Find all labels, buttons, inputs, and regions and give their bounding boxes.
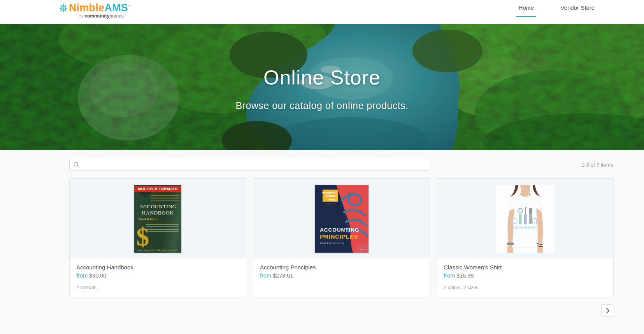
byline-trademark: ™ bbox=[124, 13, 126, 16]
price-value: $15.99 bbox=[456, 272, 474, 279]
trademark-symbol: ™ bbox=[128, 5, 131, 7]
brand-name-ams: AMS bbox=[104, 2, 128, 14]
main-nav: Home Vendor Store bbox=[516, 4, 597, 17]
cover-banner: MULTIPLE FORMATS bbox=[134, 186, 181, 192]
cover-title-line1: ACCOUNTING bbox=[320, 227, 360, 233]
product-title: Accounting Handbook bbox=[76, 264, 239, 271]
product-image-area: MULTIPLE FORMATS ACCOUNTING HANDBOOK Thi… bbox=[70, 179, 246, 258]
byline-brands: brands bbox=[109, 13, 124, 19]
product-meta bbox=[260, 285, 423, 290]
next-page-button[interactable] bbox=[601, 304, 614, 316]
page-subtitle: Browse our catalog of online products. bbox=[0, 100, 644, 111]
womens-shirt-photo: Dental Assistant bbox=[496, 185, 555, 253]
items-count: 1-3 of 7 items bbox=[581, 162, 613, 168]
cover-title-line1: ACCOUNTING bbox=[134, 204, 181, 210]
product-card-accounting-principles[interactable]: weygandt kimmel kieso team for success A… bbox=[253, 178, 430, 297]
product-meta: 2 formats bbox=[76, 285, 239, 290]
price-prefix: from bbox=[76, 272, 88, 279]
cover-tagline: team for success bbox=[324, 202, 336, 204]
cover-author1: weygandt bbox=[322, 191, 337, 194]
chevron-right-icon bbox=[604, 307, 612, 315]
cover-title-line2: HANDBOOK bbox=[134, 210, 181, 216]
accounting-handbook-cover: MULTIPLE FORMATS ACCOUNTING HANDBOOK Thi… bbox=[134, 185, 181, 253]
product-meta: 2 colors, 2 sizes bbox=[444, 285, 607, 290]
brand-byline: by communitybrands™ bbox=[59, 13, 131, 19]
accounting-principles-cover: weygandt kimmel kieso team for success A… bbox=[315, 185, 369, 253]
byline-by: by bbox=[79, 14, 84, 18]
product-image-area: weygandt kimmel kieso team for success A… bbox=[253, 179, 430, 258]
product-card-accounting-handbook[interactable]: MULTIPLE FORMATS ACCOUNTING HANDBOOK Thi… bbox=[69, 178, 246, 297]
starburst-icon bbox=[59, 4, 68, 12]
dollar-sign-graphic: $ bbox=[136, 224, 149, 250]
price-value: $30.00 bbox=[89, 272, 106, 279]
cover-edition: Third Edition bbox=[138, 218, 157, 221]
search-input[interactable] bbox=[69, 159, 430, 171]
product-title: Classic Women's Shirt bbox=[444, 264, 607, 271]
price-prefix: from bbox=[260, 272, 271, 279]
nav-tab-vendor-store-label: Vendor Store bbox=[560, 4, 595, 11]
product-price: from $30.00 bbox=[76, 272, 239, 279]
product-image-area: Dental Assistant bbox=[437, 179, 613, 258]
shirt-graphic-text: Dental Assistant bbox=[513, 225, 537, 229]
brand-name-nimble: Nimble bbox=[69, 2, 104, 14]
byline-community: community bbox=[84, 13, 109, 19]
nav-tab-vendor-store[interactable]: Vendor Store bbox=[558, 4, 597, 17]
cover-paragraph-lines bbox=[146, 223, 179, 233]
cover-author3: kieso bbox=[328, 198, 337, 201]
product-info: Accounting Principles from $278.61 bbox=[253, 258, 430, 296]
cover-fine-print bbox=[151, 194, 179, 201]
product-info: Accounting Handbook from $30.00 2 format… bbox=[70, 258, 246, 296]
cover-edition: TWELFTH EDITION bbox=[320, 243, 344, 244]
page-title: Online Store bbox=[0, 66, 644, 89]
price-prefix: from bbox=[444, 272, 455, 279]
brand-logo[interactable]: Nimble AMS ™ by communitybrands™ bbox=[59, 2, 131, 19]
product-title: Accounting Principles bbox=[260, 264, 423, 271]
cover-v-shape bbox=[139, 192, 152, 198]
cover-publisher: WILEY bbox=[360, 248, 367, 251]
product-grid: MULTIPLE FORMATS ACCOUNTING HANDBOOK Thi… bbox=[69, 178, 614, 297]
nav-tab-home[interactable]: Home bbox=[516, 4, 536, 17]
hero-banner: Online Store Browse our catalog of onlin… bbox=[0, 24, 644, 150]
header: Nimble AMS ™ by communitybrands™ Home Ve… bbox=[0, 0, 644, 24]
cover-authors: Joel G. Siegel, Ph.D., CPA & Jae K. Shim… bbox=[134, 250, 181, 251]
magnifier-icon bbox=[73, 162, 80, 168]
cover-author2: kimmel bbox=[326, 194, 337, 198]
product-info: Classic Women's Shirt from $15.99 2 colo… bbox=[437, 258, 613, 296]
product-price: from $15.99 bbox=[444, 272, 607, 279]
cover-title-line2: PRINCIPLES bbox=[320, 233, 358, 240]
product-price: from $278.61 bbox=[260, 272, 423, 279]
nav-tab-home-label: Home bbox=[518, 4, 534, 11]
price-value: $278.61 bbox=[273, 272, 293, 279]
search-bar bbox=[69, 159, 430, 171]
product-card-classic-womens-shirt[interactable]: Dental Assistant Classic Women's Shirt f… bbox=[437, 178, 614, 297]
